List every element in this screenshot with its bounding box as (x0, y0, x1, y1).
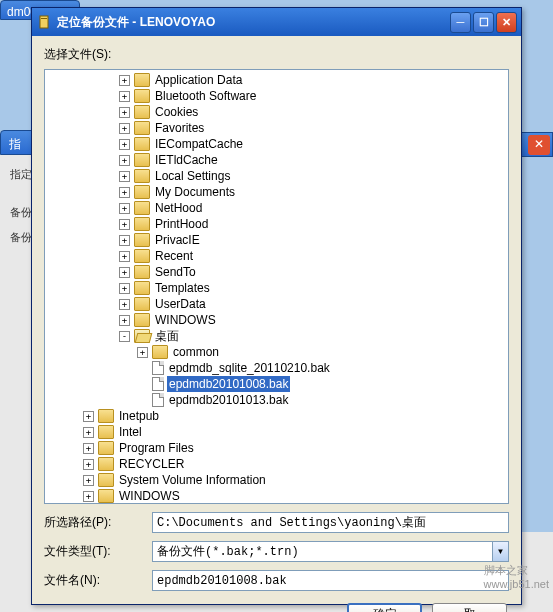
expand-icon[interactable]: + (83, 491, 94, 502)
tree-file[interactable]: epdmdb20101008.bak (47, 376, 506, 392)
tree-folder[interactable]: +IETldCache (47, 152, 506, 168)
tree-node-label: common (171, 344, 221, 360)
tree-folder[interactable]: +Bluetooth Software (47, 88, 506, 104)
expand-icon[interactable]: + (119, 299, 130, 310)
file-icon (152, 393, 164, 407)
tree-folder[interactable]: +Favorites (47, 120, 506, 136)
tree-folder[interactable]: +WINDOWS (47, 312, 506, 328)
expand-icon[interactable]: + (119, 235, 130, 246)
expand-icon[interactable]: + (137, 347, 148, 358)
folder-open-icon (134, 329, 150, 343)
folder-closed-icon (98, 489, 114, 503)
expand-icon[interactable]: + (119, 315, 130, 326)
collapse-icon[interactable]: - (119, 331, 130, 342)
tree-folder[interactable]: +NetHood (47, 200, 506, 216)
tree-folder[interactable]: +PrivacIE (47, 232, 506, 248)
tree-folder[interactable]: +common (47, 344, 506, 360)
tree-node-label: WINDOWS (117, 488, 182, 504)
folder-closed-icon (134, 89, 150, 103)
minimize-button[interactable]: ─ (450, 12, 471, 33)
folder-closed-icon (134, 73, 150, 87)
tree-folder[interactable]: +Inetpub (47, 408, 506, 424)
filetype-dropdown-button[interactable]: ▼ (492, 541, 509, 562)
expand-icon[interactable]: + (119, 283, 130, 294)
tree-node-label: Program Files (117, 440, 196, 456)
expand-icon[interactable]: + (119, 139, 130, 150)
expand-icon[interactable]: + (83, 459, 94, 470)
tree-folder[interactable]: +Intel (47, 424, 506, 440)
tree-folder[interactable]: +System Volume Information (47, 472, 506, 488)
tree-folder[interactable]: -桌面 (47, 328, 506, 344)
tree-folder[interactable]: +My Documents (47, 184, 506, 200)
tree-folder[interactable]: +UserData (47, 296, 506, 312)
folder-closed-icon (134, 201, 150, 215)
expand-icon[interactable]: + (119, 155, 130, 166)
expand-icon[interactable]: + (119, 75, 130, 86)
folder-closed-icon (134, 169, 150, 183)
tree-folder[interactable]: +Program Files (47, 440, 506, 456)
filename-label: 文件名(N): (44, 572, 144, 589)
tree-folder[interactable]: +PrintHood (47, 216, 506, 232)
maximize-button[interactable]: ☐ (473, 12, 494, 33)
select-file-prompt: 选择文件(S): (44, 46, 509, 63)
tree-folder[interactable]: +WINDOWS (47, 488, 506, 504)
expand-icon[interactable]: + (83, 443, 94, 454)
filetype-combo[interactable] (152, 541, 492, 562)
filename-field[interactable] (152, 570, 509, 591)
expand-icon[interactable]: + (83, 475, 94, 486)
folder-closed-icon (134, 249, 150, 263)
tree-node-label: PrivacIE (153, 232, 202, 248)
folder-closed-icon (98, 457, 114, 471)
file-tree[interactable]: +Application Data+Bluetooth Software+Coo… (44, 69, 509, 504)
expand-icon[interactable]: + (119, 203, 130, 214)
bg-window-right: ✕ (520, 132, 553, 157)
tree-node-label: WINDOWS (153, 312, 218, 328)
file-icon (152, 377, 164, 391)
tree-node-label: epdmdb20101013.bak (167, 392, 290, 408)
expand-icon[interactable]: + (119, 107, 130, 118)
bg-label: 备份 (10, 230, 32, 245)
tree-file[interactable]: epdmdb_sqlite_20110210.bak (47, 360, 506, 376)
tree-folder[interactable]: +Application Data (47, 72, 506, 88)
tree-node-label: Bluetooth Software (153, 88, 258, 104)
path-field[interactable] (152, 512, 509, 533)
tree-folder[interactable]: +Local Settings (47, 168, 506, 184)
expand-icon[interactable]: + (83, 411, 94, 422)
tree-folder[interactable]: +Recent (47, 248, 506, 264)
tree-node-label: IECompatCache (153, 136, 245, 152)
tree-folder[interactable]: +Templates (47, 280, 506, 296)
dialog-titlebar[interactable]: 定位备份文件 - LENOVOYAO ─ ☐ ✕ (32, 8, 521, 36)
expand-icon[interactable]: + (119, 251, 130, 262)
folder-closed-icon (134, 313, 150, 327)
bg-label: 指定 (10, 167, 32, 182)
tree-node-label: IETldCache (153, 152, 220, 168)
folder-closed-icon (98, 409, 114, 423)
folder-closed-icon (98, 425, 114, 439)
expand-icon[interactable]: + (83, 427, 94, 438)
expand-icon[interactable]: + (119, 171, 130, 182)
tree-node-label: SendTo (153, 264, 198, 280)
file-icon (152, 361, 164, 375)
ok-button[interactable]: 确定 (347, 603, 422, 612)
app-icon (36, 14, 52, 30)
tree-node-label: 桌面 (153, 328, 181, 344)
tree-file[interactable]: epdmdb20101013.bak (47, 392, 506, 408)
expand-icon[interactable]: + (119, 219, 130, 230)
filetype-label: 文件类型(T): (44, 543, 144, 560)
expand-icon[interactable]: + (119, 123, 130, 134)
tree-node-label: PrintHood (153, 216, 210, 232)
tree-folder[interactable]: +IECompatCache (47, 136, 506, 152)
expand-icon[interactable]: + (119, 267, 130, 278)
tree-folder[interactable]: +Cookies (47, 104, 506, 120)
tree-folder[interactable]: +SendTo (47, 264, 506, 280)
cancel-button[interactable]: 取 (432, 603, 507, 612)
tree-node-label: Intel (117, 424, 144, 440)
folder-closed-icon (98, 441, 114, 455)
tree-node-label: Application Data (153, 72, 244, 88)
bg-close-icon[interactable]: ✕ (528, 135, 550, 155)
tree-folder[interactable]: +RECYCLER (47, 456, 506, 472)
expand-icon[interactable]: + (119, 91, 130, 102)
expand-icon[interactable]: + (119, 187, 130, 198)
tree-node-label: System Volume Information (117, 472, 268, 488)
close-button[interactable]: ✕ (496, 12, 517, 33)
